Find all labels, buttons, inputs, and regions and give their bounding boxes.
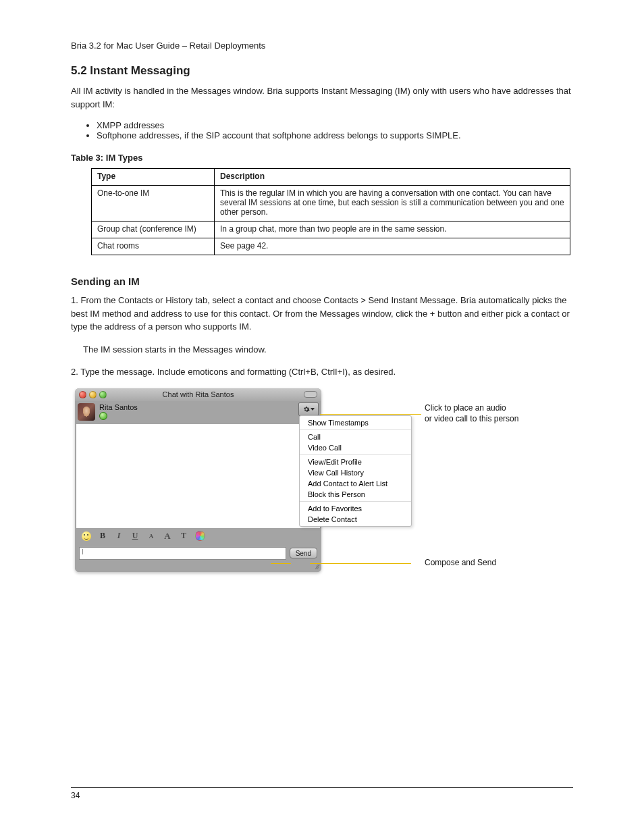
underline-button[interactable]: U [130, 531, 140, 541]
minimize-icon[interactable] [89, 391, 97, 398]
table-row: Chat rooms See page 42. [92, 238, 570, 255]
cell-type: One-to-one IM [92, 186, 215, 221]
product-name: Bria 3.2 for Mac User Guide – Retail Dep… [71, 41, 573, 51]
send-button[interactable]: Send [290, 548, 317, 558]
gear-icon [303, 406, 310, 413]
callout-line [320, 414, 421, 415]
menu-video-call[interactable]: Video Call [300, 442, 411, 453]
close-icon[interactable] [79, 391, 86, 398]
chat-figure: Chat with Rita Santos Rita Santos B I [75, 388, 573, 591]
callout-bottom-label: Compose and Send [425, 558, 496, 567]
callout-top-label2: or video call to this person [425, 414, 518, 423]
contact-bar: Rita Santos [75, 401, 321, 423]
presence-available-icon [99, 412, 107, 420]
menu-separator [300, 454, 411, 455]
table-row: Group chat (conference IM) In a group ch… [92, 221, 570, 238]
actions-menu-button[interactable] [298, 402, 319, 416]
contact-name: Rita Santos [99, 403, 138, 411]
table-row: One-to-one IM This is the regular IM in … [92, 186, 570, 221]
toolbar-toggle-icon[interactable] [304, 391, 317, 398]
th-type: Type [92, 169, 215, 186]
th-desc: Description [215, 169, 570, 186]
section-heading: 5.2 Instant Messaging [71, 64, 573, 78]
resize-handle-icon[interactable]: /// [75, 564, 321, 572]
menu-view-call-history[interactable]: View Call History [300, 467, 411, 478]
chat-window: Chat with Rita Santos Rita Santos B I [75, 388, 321, 572]
menu-delete-contact[interactable]: Delete Contact [300, 514, 411, 525]
callout-line [271, 563, 291, 564]
font-smaller-button[interactable]: A [146, 533, 156, 540]
titlebar: Chat with Rita Santos [75, 388, 321, 401]
cell-desc: This is the regular IM in which you are … [215, 186, 570, 221]
chevron-down-icon [311, 408, 315, 411]
color-picker-icon[interactable] [195, 531, 205, 541]
actions-menu: Show Timestamps Call Video Call View/Edi… [299, 415, 412, 527]
italic-button[interactable]: I [114, 531, 124, 541]
message-input[interactable]: I [79, 547, 286, 560]
page-number: 34 [71, 791, 80, 800]
menu-block-person[interactable]: Block this Person [300, 489, 411, 500]
bullet-sip: Softphone addresses, if the SIP account … [97, 130, 573, 140]
step-1: 1. From the Contacts or History tab, sel… [71, 294, 573, 334]
emoji-icon[interactable] [82, 531, 91, 541]
table-heading: Table 3: IM Types [71, 153, 573, 163]
font-larger-button[interactable]: A [163, 531, 172, 542]
menu-add-favorites[interactable]: Add to Favorites [300, 503, 411, 514]
window-title: Chat with Rita Santos [75, 390, 321, 398]
format-toolbar: B I U A A T [75, 528, 321, 543]
menu-call[interactable]: Call [300, 432, 411, 442]
compose-row: I Send [75, 543, 321, 564]
chat-transcript [76, 424, 320, 528]
callout-line [310, 563, 411, 564]
sending-im-heading: Sending an IM [71, 276, 573, 287]
step-1b: The IM session starts in the Messages wi… [83, 343, 573, 357]
callout-top-label: Click to place an audio [425, 403, 506, 413]
font-style-button[interactable]: T [179, 531, 188, 541]
menu-view-edit-profile[interactable]: View/Edit Profile [300, 457, 411, 467]
zoom-icon[interactable] [99, 391, 107, 398]
avatar [78, 403, 95, 421]
bullet-xmpp: XMPP addresses [97, 120, 573, 130]
cell-desc: In a group chat, more than two people ar… [215, 221, 570, 238]
menu-separator [300, 501, 411, 502]
lead-paragraph: All IM activity is handled in the Messag… [71, 84, 573, 111]
menu-show-timestamps[interactable]: Show Timestamps [300, 417, 411, 428]
menu-add-alert-list[interactable]: Add Contact to Alert List [300, 478, 411, 489]
cell-type: Chat rooms [92, 238, 215, 255]
menu-separator [300, 429, 411, 430]
page-footer: 34 [71, 787, 573, 800]
cell-type: Group chat (conference IM) [92, 221, 215, 238]
cell-desc: See page 42. [215, 238, 570, 255]
im-types-table: Type Description One-to-one IM This is t… [91, 168, 570, 255]
bold-button[interactable]: B [98, 531, 107, 541]
step-2: 2. Type the message. Include emoticons a… [71, 365, 573, 379]
